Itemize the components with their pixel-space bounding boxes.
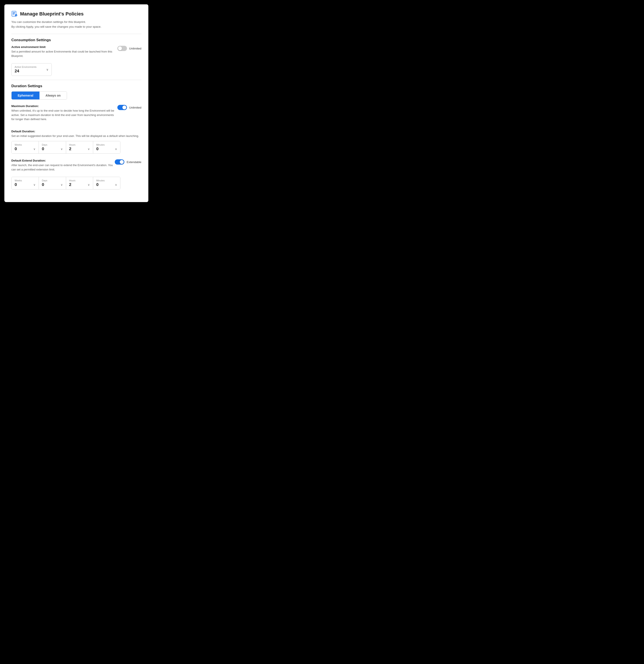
default-days-value: 0 <box>42 146 44 151</box>
modal-title: Manage Blueprint's Policies <box>20 11 84 17</box>
extend-minutes-field[interactable]: Minutes 0 ∨ <box>93 177 120 189</box>
default-extend-section: Default Extend Duration: After launch, t… <box>11 159 141 189</box>
default-duration-label: Default Duration: <box>11 130 141 133</box>
unlimited-toggle-row: Unlimited <box>117 46 141 51</box>
active-env-limit-label: Active environment limit <box>11 45 117 48</box>
max-duration-section: Maximum Duration: When unlimited, it's u… <box>11 104 141 124</box>
default-days-row: 0 ∨ <box>42 146 63 151</box>
consumption-settings: Consumption Settings Active environment … <box>11 38 141 76</box>
active-env-dropdown-arrow: ∨ <box>46 68 48 71</box>
default-minutes-row: 0 ∨ <box>96 146 117 151</box>
duration-section-title: Duration Settings <box>11 84 141 88</box>
extend-minutes-arrow: ∨ <box>115 183 117 186</box>
modal-subtitle: You can customize the duration settings … <box>11 20 141 29</box>
tab-always-on[interactable]: Always on <box>39 91 67 99</box>
default-hours-row: 2 ∨ <box>69 146 90 151</box>
max-duration-info: Maximum Duration: When unlimited, it's u… <box>11 104 117 124</box>
modal-card: ✓ Manage Blueprint's Policies You can cu… <box>4 4 148 202</box>
default-weeks-field[interactable]: Weeks 0 ∨ <box>12 141 39 153</box>
extend-hours-value: 2 <box>69 182 72 187</box>
duration-settings: Duration Settings Ephemeral Always on Ma… <box>11 84 141 189</box>
extend-days-row: 0 ∨ <box>42 182 63 187</box>
extend-days-field[interactable]: Days 0 ∨ <box>39 177 66 189</box>
default-duration-desc: Set an initial suggested duration for yo… <box>11 134 141 138</box>
extend-duration-fields: Weeks 0 ∨ Days 0 ∨ Hours 2 <box>11 177 120 189</box>
default-days-arrow: ∨ <box>61 147 63 151</box>
default-weeks-arrow: ∨ <box>33 147 36 151</box>
default-weeks-label: Weeks <box>15 143 36 146</box>
extend-hours-arrow: ∨ <box>88 183 90 186</box>
max-unlimited-toggle[interactable] <box>117 105 127 110</box>
active-env-limit-row: Active environment limit Set a permitted… <box>11 45 141 61</box>
max-duration-label: Maximum Duration: <box>11 104 117 108</box>
default-minutes-arrow: ∨ <box>115 147 117 151</box>
max-unlimited-toggle-row: Unlimited <box>117 105 141 110</box>
default-hours-arrow: ∨ <box>88 147 90 151</box>
active-env-limit-info: Active environment limit Set a permitted… <box>11 45 117 61</box>
extend-info: Default Extend Duration: After launch, t… <box>11 159 115 174</box>
extend-duration-label: Default Extend Duration: <box>11 159 115 162</box>
max-toggle-knob <box>122 105 126 109</box>
default-weeks-row: 0 ∨ <box>15 146 36 151</box>
extend-hours-field[interactable]: Hours 2 ∨ <box>66 177 93 189</box>
extend-toggle-row: Default Extend Duration: After launch, t… <box>11 159 141 174</box>
default-minutes-field[interactable]: Minutes 0 ∨ <box>93 141 120 153</box>
extend-minutes-value: 0 <box>96 182 99 187</box>
tab-ephemeral[interactable]: Ephemeral <box>12 91 39 99</box>
extend-weeks-row: 0 ∨ <box>15 182 36 187</box>
svg-text:✓: ✓ <box>16 15 17 17</box>
extend-hours-row: 2 ∨ <box>69 182 90 187</box>
extend-days-value: 0 <box>42 182 44 187</box>
default-days-label: Days <box>42 143 63 146</box>
default-days-field[interactable]: Days 0 ∨ <box>39 141 66 153</box>
extend-toggle-container: Extendable <box>115 159 141 165</box>
extend-toggle-label: Extendable <box>126 161 141 164</box>
active-env-label: Active Environments <box>15 66 46 68</box>
max-duration-row: Maximum Duration: When unlimited, it's u… <box>11 104 141 124</box>
max-unlimited-label: Unlimited <box>129 106 141 109</box>
extend-weeks-value: 0 <box>15 182 17 187</box>
active-env-value: 24 <box>15 69 46 74</box>
svg-rect-2 <box>13 13 15 14</box>
default-minutes-label: Minutes <box>96 143 117 146</box>
default-hours-value: 2 <box>69 146 72 151</box>
default-hours-field[interactable]: Hours 2 ∨ <box>66 141 93 153</box>
consumption-section-title: Consumption Settings <box>11 38 141 42</box>
svg-rect-3 <box>13 14 14 14</box>
active-env-limit-desc: Set a permitted amount for active Enviro… <box>11 49 117 58</box>
toggle-knob <box>118 46 122 50</box>
max-duration-desc: When unlimited, it's up to the end-user … <box>11 108 117 121</box>
extend-weeks-label: Weeks <box>15 179 36 182</box>
extend-minutes-row: 0 ∨ <box>96 182 117 187</box>
extend-toggle-knob <box>120 160 124 164</box>
extend-toggle[interactable] <box>115 159 124 165</box>
blueprint-icon: ✓ <box>11 11 17 17</box>
extend-hours-label: Hours <box>69 179 90 182</box>
default-weeks-value: 0 <box>15 146 17 151</box>
default-duration-fields: Weeks 0 ∨ Days 0 ∨ Hours 2 <box>11 141 120 154</box>
extend-duration-desc: After launch, the end-user can request t… <box>11 163 115 171</box>
duration-tabs: Ephemeral Always on <box>11 91 67 100</box>
default-duration-section: Default Duration: Set an initial suggest… <box>11 130 141 154</box>
default-minutes-value: 0 <box>96 146 99 151</box>
extend-days-label: Days <box>42 179 63 182</box>
active-environments-dropdown[interactable]: Active Environments 24 ∨ <box>11 63 52 76</box>
extend-weeks-arrow: ∨ <box>33 183 36 186</box>
extend-minutes-label: Minutes <box>96 179 117 182</box>
unlimited-toggle[interactable] <box>117 46 127 51</box>
modal-header: ✓ Manage Blueprint's Policies <box>11 11 141 17</box>
extend-days-arrow: ∨ <box>61 183 63 186</box>
active-env-inner: Active Environments 24 <box>15 66 46 74</box>
svg-rect-1 <box>13 12 15 13</box>
unlimited-label: Unlimited <box>129 47 141 50</box>
extend-weeks-field[interactable]: Weeks 0 ∨ <box>12 177 39 189</box>
default-hours-label: Hours <box>69 143 90 146</box>
